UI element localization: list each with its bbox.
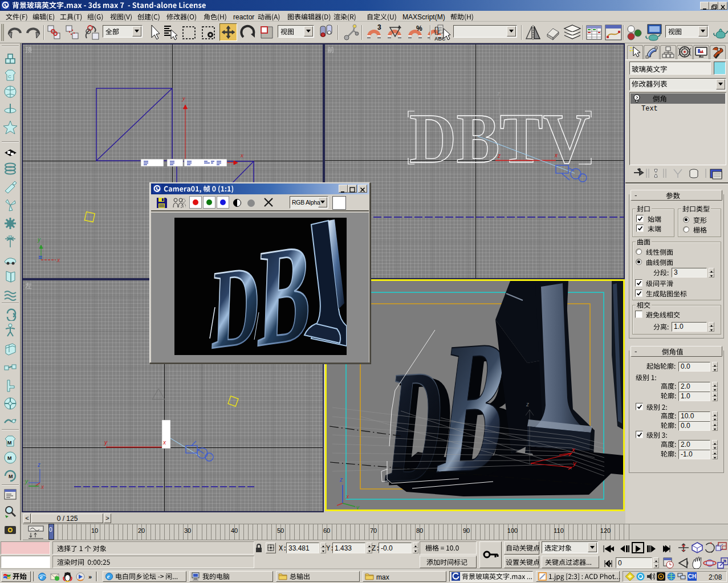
- svg-text:x: x: [162, 439, 166, 446]
- svg-text:C: C: [8, 74, 11, 79]
- svg-text:%: %: [416, 25, 422, 32]
- svg-text:x: x: [240, 152, 243, 158]
- svg-text:z: z: [339, 476, 343, 483]
- svg-text:y: y: [25, 478, 29, 484]
- svg-text:x: x: [345, 494, 349, 500]
- svg-text:3: 3: [377, 24, 381, 31]
- svg-text:y: y: [104, 439, 108, 446]
- svg-text:y: y: [37, 237, 41, 243]
- svg-text:x: x: [554, 152, 558, 158]
- svg-text:z: z: [37, 462, 40, 468]
- svg-text:x: x: [571, 446, 575, 453]
- svg-text:M: M: [7, 440, 12, 446]
- svg-text:z: z: [497, 91, 500, 97]
- svg-text:M: M: [7, 455, 12, 461]
- svg-text:x: x: [56, 257, 60, 263]
- svg-text:e: e: [107, 573, 110, 580]
- svg-text:y: y: [356, 504, 360, 509]
- svg-text:M: M: [9, 474, 13, 479]
- svg-text:e: e: [40, 573, 43, 580]
- svg-text:z: z: [497, 153, 501, 159]
- svg-text:x: x: [40, 484, 44, 490]
- svg-text:{}: {}: [434, 25, 440, 35]
- svg-text:z: z: [526, 401, 529, 407]
- svg-text:y: y: [182, 95, 185, 101]
